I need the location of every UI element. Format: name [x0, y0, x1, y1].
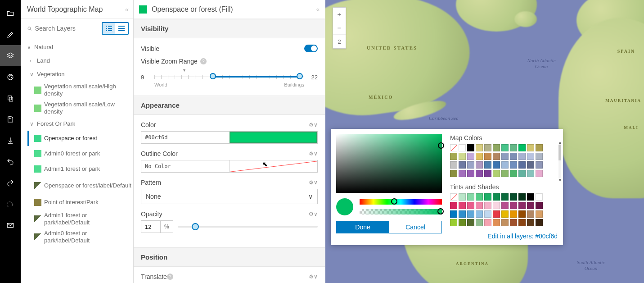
opacity-input[interactable]	[141, 224, 160, 230]
visible-toggle[interactable]	[304, 45, 318, 52]
color-swatch[interactable]	[493, 193, 500, 201]
color-swatch[interactable]	[536, 161, 543, 169]
color-swatch[interactable]	[501, 202, 509, 209]
outline-gear-icon[interactable]: ⚙∨	[309, 151, 318, 157]
color-swatch[interactable]	[484, 144, 491, 151]
color-swatch[interactable]	[493, 144, 500, 151]
color-swatch[interactable]	[467, 202, 474, 209]
save-icon[interactable]	[0, 109, 21, 130]
color-swatch[interactable]	[476, 161, 483, 169]
color-swatch[interactable]	[484, 210, 491, 218]
color-swatch[interactable]	[527, 170, 534, 177]
color-swatch[interactable]	[450, 144, 457, 151]
color-swatch[interactable]	[536, 202, 543, 209]
color-swatch[interactable]	[459, 210, 466, 218]
color-gear-icon[interactable]: ⚙∨	[309, 122, 318, 128]
color-swatch[interactable]	[467, 161, 474, 169]
alpha-handle[interactable]	[437, 208, 444, 215]
color-swatch[interactable]	[518, 144, 526, 151]
layer-veg-low[interactable]: Vegetation small scale/Low density	[21, 99, 133, 117]
color-swatch[interactable]	[476, 202, 483, 209]
color-swatch[interactable]	[518, 210, 526, 218]
color-swatch[interactable]	[527, 219, 534, 226]
color-swatch[interactable]	[501, 170, 509, 177]
color-swatch[interactable]	[450, 161, 457, 169]
color-swatch[interactable]	[536, 170, 543, 177]
outline-swatch[interactable]	[230, 160, 317, 172]
group-land[interactable]: ›Land	[21, 54, 133, 68]
hue-slider[interactable]	[360, 199, 442, 205]
open-icon[interactable]	[0, 3, 21, 24]
color-swatch[interactable]	[484, 161, 491, 169]
color-swatch[interactable]	[459, 153, 466, 160]
color-swatch[interactable]	[484, 193, 491, 201]
alpha-slider[interactable]	[360, 209, 442, 215]
layer-poi-park[interactable]: Point of interest/Park	[21, 195, 133, 210]
layer-label-admin0[interactable]: Admin0 forest or park/label/Default	[21, 228, 133, 246]
color-swatch[interactable]	[493, 170, 500, 177]
layers-icon[interactable]	[0, 45, 21, 66]
color-swatch[interactable]	[476, 153, 483, 160]
color-swatch[interactable]	[450, 153, 457, 160]
help-icon[interactable]: ?	[167, 274, 173, 280]
mail-icon[interactable]	[0, 215, 21, 236]
color-swatch[interactable]	[476, 144, 483, 151]
color-swatch[interactable]	[536, 153, 543, 160]
help-icon[interactable]: ?	[200, 58, 207, 64]
list-tree-icon[interactable]	[115, 23, 128, 34]
color-swatch[interactable]	[527, 161, 534, 169]
color-swatch[interactable]	[493, 161, 500, 169]
color-swatch[interactable]	[536, 144, 543, 151]
color-swatch[interactable]	[536, 219, 543, 226]
hue-handle[interactable]	[391, 198, 397, 205]
color-swatch[interactable]	[493, 219, 500, 226]
download-icon[interactable]	[0, 130, 21, 151]
pattern-gear-icon[interactable]: ⚙∨	[309, 179, 318, 186]
color-swatch[interactable]	[493, 202, 500, 209]
group-vegetation[interactable]: ∨Vegetation	[21, 68, 133, 81]
redo-icon[interactable]	[0, 172, 21, 193]
pencil-icon[interactable]	[0, 24, 21, 45]
zoom-handle-max[interactable]	[297, 73, 303, 79]
color-swatch[interactable]	[518, 170, 526, 177]
color-swatch[interactable]	[467, 219, 474, 226]
pattern-select[interactable]: None∨	[141, 189, 318, 204]
color-input[interactable]	[141, 132, 230, 143]
color-swatch[interactable]	[476, 219, 483, 226]
saturation-value-field[interactable]	[336, 134, 442, 193]
color-swatch[interactable]	[518, 193, 526, 201]
zoom-out-button[interactable]: −	[333, 21, 346, 35]
color-swatch[interactable]	[467, 193, 474, 201]
layer-admin0[interactable]: Admin0 forest or park	[21, 146, 133, 161]
color-swatch[interactable]	[527, 202, 534, 209]
group-forest[interactable]: ∨Forest Or Park	[21, 117, 133, 131]
color-swatch[interactable]	[527, 144, 534, 151]
opacity-handle[interactable]	[192, 223, 199, 230]
layer-label-openspace[interactable]: Openspace or forest/label/Default	[21, 177, 133, 195]
palette-scrollbar[interactable]: ▲▼	[558, 144, 561, 178]
color-swatch[interactable]	[476, 210, 483, 218]
outline-input[interactable]	[141, 160, 230, 172]
color-swatch[interactable]	[459, 170, 466, 177]
color-swatch[interactable]	[459, 202, 466, 209]
color-swatch[interactable]	[484, 153, 491, 160]
color-swatch[interactable]	[510, 161, 517, 169]
color-swatch[interactable]	[493, 210, 500, 218]
color-swatch[interactable]	[510, 153, 517, 160]
color-swatch[interactable]	[450, 170, 457, 177]
cancel-button[interactable]: Cancel	[389, 221, 442, 233]
color-swatch[interactable]	[450, 193, 457, 201]
layer-admin1[interactable]: Admin1 forest or park	[21, 161, 133, 177]
list-flat-icon[interactable]	[103, 23, 115, 34]
color-swatch[interactable]	[510, 144, 517, 151]
color-swatch[interactable]	[467, 153, 474, 160]
color-swatch[interactable]	[501, 193, 509, 201]
color-swatch[interactable]	[459, 219, 466, 226]
color-swatch[interactable]	[450, 210, 457, 218]
color-swatch[interactable]	[484, 170, 491, 177]
color-swatch[interactable]	[467, 144, 474, 151]
color-swatch[interactable]	[493, 153, 500, 160]
translate-gear-icon[interactable]: ⚙∨	[309, 274, 318, 280]
color-swatch[interactable]	[518, 161, 526, 169]
palette-icon[interactable]	[0, 66, 21, 87]
